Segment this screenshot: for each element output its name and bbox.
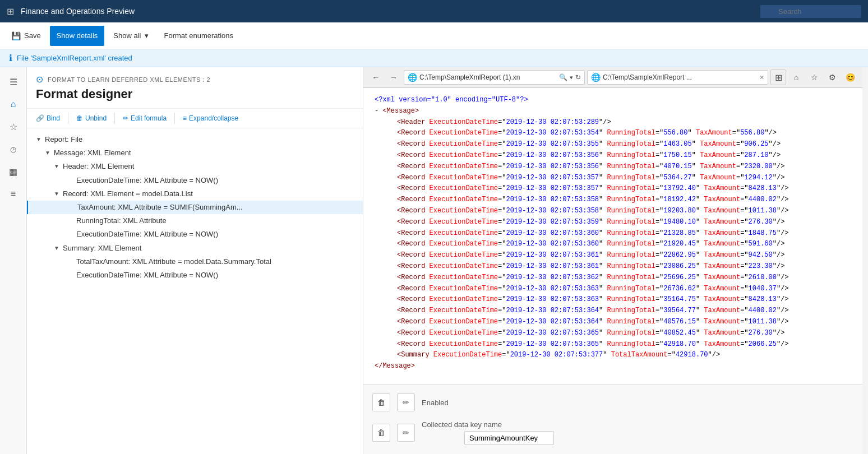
xml-record-16: <Record ExecutionDateTime="2019-12-30 02… [375, 294, 851, 305]
title-bar: ⊞ Finance and Operations Preview 🔍 [0, 0, 868, 22]
arrow-record: ▼ [54, 190, 61, 198]
tree-item-report[interactable]: ▼ Report: File [27, 133, 363, 146]
dropdown-icon-addr[interactable]: ▾ [570, 74, 573, 81]
browser-back-button[interactable]: ← [368, 70, 384, 85]
xml-record-4: <Record ExecutionDateTime="2019-12-30 02… [375, 161, 851, 173]
tree-item-message[interactable]: ▼ Message: XML Element [27, 146, 363, 160]
address-bar-1[interactable]: 🌐 C:\Temp\SampleXmlReport (1).xn 🔍 ▾ ↻ [404, 70, 585, 85]
bind-button[interactable]: 🔗 Bind [31, 112, 64, 124]
trash-icon-enabled: 🗑 [377, 398, 385, 407]
info-icon: ℹ [9, 53, 12, 63]
xml-line-message-open: - <Message> [375, 106, 851, 117]
search-input[interactable] [760, 5, 861, 18]
expand-collapse-button[interactable]: ≡ Expand/collapse [178, 112, 243, 124]
globe-icon-2: 🌐 [591, 73, 601, 82]
xml-record-3: <Record ExecutionDateTime="2019-12-30 02… [375, 150, 851, 161]
xml-record-8: <Record ExecutionDateTime="2019-12-30 02… [375, 206, 851, 217]
key-edit-button[interactable]: ✏ [397, 424, 415, 442]
xml-record-10: <Record ExecutionDateTime="2019-12-30 02… [375, 228, 851, 239]
tree-container: ▼ Report: File ▼ Message: XML Element ▼ … [27, 128, 363, 454]
xml-record-12: <Record ExecutionDateTime="2019-12-30 02… [375, 250, 851, 261]
right-panel: ← → 🌐 C:\Temp\SampleXmlReport (1).xn 🔍 ▾… [363, 67, 862, 454]
grid-icon[interactable]: ⊞ [7, 6, 14, 17]
enabled-edit-button[interactable]: ✏ [397, 393, 415, 411]
address-text-1: C:\Temp\SampleXmlReport (1).xn [419, 73, 557, 81]
close-tab-icon[interactable]: ✕ [759, 74, 764, 81]
key-value-group: Collected data key name SummingAmountKey [422, 420, 554, 445]
save-button[interactable]: 💾 Save [4, 26, 48, 46]
tree-item-totaltaxamount[interactable]: TotalTaxAmount: XML Attribute = model.Da… [27, 255, 363, 268]
tree-item-runningtotal[interactable]: RunningTotal: XML Attribute [27, 214, 363, 228]
browser-forward-button[interactable]: → [386, 70, 401, 85]
format-enumerations-button[interactable]: Format enumerations [158, 26, 241, 46]
nav-home[interactable]: ⌂ [3, 94, 24, 114]
nav-hamburger[interactable]: ☰ [3, 72, 24, 92]
nav-list[interactable]: ≡ [3, 184, 24, 204]
new-tab-button[interactable]: ⊞ [770, 70, 786, 85]
pencil-icon-enabled: ✏ [403, 398, 409, 407]
xml-record-15: <Record ExecutionDateTime="2019-12-30 02… [375, 284, 851, 295]
xml-record-17: <Record ExecutionDateTime="2019-12-30 02… [375, 305, 851, 317]
nav-calendar[interactable]: ▦ [3, 161, 24, 182]
address-bar-2[interactable]: 🌐 C:\Temp\SampleXmlReport ... ✕ [587, 70, 768, 85]
show-all-button[interactable]: Show all ▾ [107, 26, 155, 46]
nav-clock[interactable]: ◷ [3, 139, 24, 159]
xml-record-6: <Record ExecutionDateTime="2019-12-30 02… [375, 183, 851, 194]
pencil-icon-key: ✏ [403, 428, 409, 437]
enabled-label: Enabled [422, 399, 449, 407]
app-title: Finance and Operations Preview [21, 7, 754, 16]
emoji-icon-browser[interactable]: 😊 [842, 70, 858, 85]
tree-item-execution-datetime-summary[interactable]: ExecutionDateTime: XML Attribute = NOW() [27, 268, 363, 282]
nav-star[interactable]: ☆ [3, 117, 24, 137]
main-layout: ☰ ⌂ ☆ ◷ ▦ ≡ ⊙ FORMAT TO LEARN DEFERRED X… [0, 67, 868, 454]
left-nav: ☰ ⌂ ☆ ◷ ▦ ≡ [0, 67, 27, 454]
gear-icon-browser[interactable]: ⚙ [824, 70, 840, 85]
search-wrapper: 🔍 [760, 5, 861, 18]
tree-item-execution-datetime-header[interactable]: ExecutionDateTime: XML Attribute = NOW() [27, 174, 363, 187]
enabled-delete-button[interactable]: 🗑 [372, 393, 390, 411]
collected-key-row: 🗑 ✏ Collected data key name SummingAmoun… [372, 420, 853, 445]
arrow-summary: ▼ [54, 244, 61, 252]
edit-formula-button[interactable]: ✏ Edit formula [118, 112, 171, 124]
key-value: SummingAmountKey [469, 434, 538, 442]
xml-line-header: <Header ExecutionDateTime="2019-12-30 02… [375, 117, 851, 128]
filter-icon[interactable]: ⊙ [36, 74, 43, 85]
xml-record-7: <Record ExecutionDateTime="2019-12-30 02… [375, 194, 851, 206]
xml-record-9: <Record ExecutionDateTime="2019-12-30 02… [375, 217, 851, 228]
refresh-icon[interactable]: ↻ [575, 73, 581, 81]
xml-record-2: <Record ExecutionDateTime="2019-12-30 02… [375, 139, 851, 150]
panel-title: Format designer [36, 87, 354, 106]
tree-item-record[interactable]: ▼ Record: XML Element = model.Data.List [27, 187, 363, 201]
show-details-button[interactable]: Show details [50, 26, 105, 46]
xml-summary: <Summary ExecutionDateTime="2019-12-30 0… [375, 350, 851, 361]
unlink-icon: 🗑 [76, 114, 83, 122]
toolbar-sep-2 [114, 113, 115, 124]
chevron-down-icon: ▾ [145, 31, 149, 40]
xml-message-close: </Message> [375, 361, 851, 372]
xml-record-14: <Record ExecutionDateTime="2019-12-30 02… [375, 272, 851, 284]
home-icon-browser[interactable]: ⌂ [788, 70, 804, 85]
tree-item-taxamount[interactable]: TaxAmount: XML Attribute = SUMIF(Summing… [27, 201, 363, 214]
panel-header: ⊙ FORMAT TO LEARN DEFERRED XML ELEMENTS … [27, 67, 363, 109]
pencil-icon: ✏ [123, 114, 128, 122]
xml-record-18: <Record ExecutionDateTime="2019-12-30 02… [375, 317, 851, 328]
key-delete-button[interactable]: 🗑 [372, 424, 390, 442]
key-value-field: SummingAmountKey [464, 431, 554, 445]
xml-record-5: <Record ExecutionDateTime="2019-12-30 02… [375, 173, 851, 184]
arrow-report: ▼ [36, 136, 43, 143]
content-panel: ⊙ FORMAT TO LEARN DEFERRED XML ELEMENTS … [27, 67, 363, 454]
xml-record-1: <Record ExecutionDateTime="2019-12-30 02… [375, 128, 851, 139]
search-icon-addr: 🔍 [559, 73, 567, 81]
info-message: File 'SampleXmlReport.xml' created [17, 54, 132, 62]
xml-record-11: <Record ExecutionDateTime="2019-12-30 02… [375, 239, 851, 250]
tree-item-execution-datetime-record[interactable]: ExecutionDateTime: XML Attribute = NOW() [27, 228, 363, 241]
toolbar-sep-1 [68, 113, 68, 124]
enabled-row: 🗑 ✏ Enabled [372, 393, 853, 411]
star-icon-browser[interactable]: ☆ [806, 70, 822, 85]
command-bar: 💾 Save Show details Show all ▾ Format en… [0, 22, 868, 49]
tree-item-header[interactable]: ▼ Header: XML Element [27, 160, 363, 173]
tree-item-summary[interactable]: ▼ Summary: XML Element [27, 242, 363, 255]
toolbar-sep-3 [174, 113, 175, 124]
panel-subtitle: FORMAT TO LEARN DEFERRED XML ELEMENTS : … [48, 76, 210, 83]
unbind-button[interactable]: 🗑 Unbind [72, 112, 111, 124]
